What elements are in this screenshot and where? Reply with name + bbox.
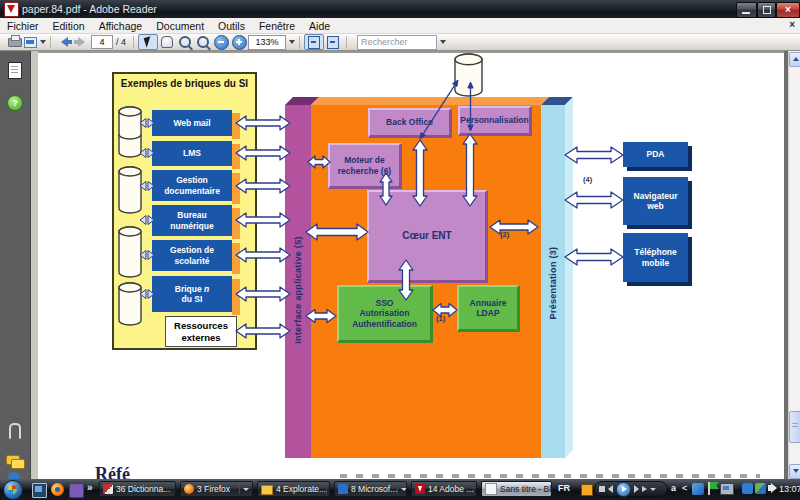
minimize-button[interactable] (736, 2, 757, 18)
taskbar-button-label: 8 Microsof... (351, 484, 397, 494)
page-count-label: / 4 (116, 37, 126, 47)
search-options-icon[interactable] (440, 40, 446, 44)
ime-indicator[interactable]: a (671, 483, 676, 493)
email-button[interactable] (24, 35, 46, 50)
minimize-icon (742, 12, 750, 14)
volume-chevron-icon[interactable] (650, 488, 656, 491)
zoom-dropdown-icon[interactable] (289, 40, 295, 44)
bevel-orange (311, 97, 549, 105)
restore-icon (763, 6, 771, 14)
fit-width-icon (308, 36, 320, 49)
quicklaunch-overflow-chevron[interactable]: » (87, 482, 93, 493)
volume-icon[interactable] (642, 486, 647, 492)
scroll-up-button[interactable] (789, 52, 800, 67)
comments-icon[interactable] (6, 455, 20, 465)
taskbar-button-firefox[interactable]: 3 Firefox (180, 481, 253, 497)
print-button[interactable] (6, 35, 24, 50)
howto-icon[interactable]: ? (7, 95, 23, 111)
menu-affichage[interactable]: Affichage (92, 20, 150, 32)
arrow-down-icon (793, 469, 799, 473)
play-icon[interactable] (616, 482, 631, 497)
folder-icon (261, 485, 273, 495)
menu-edition[interactable]: Edition (46, 20, 92, 32)
menu-fichier[interactable]: Fichier (0, 20, 46, 32)
taskbar-button-dictionnaire[interactable]: 36 Dictionna... (99, 481, 176, 497)
box-bureau-numerique: Bureau numérique (152, 205, 232, 236)
menu-fenetre[interactable]: Fenêtre (252, 20, 302, 32)
page-number-input[interactable] (91, 35, 113, 49)
label-4: (4) (583, 175, 592, 184)
select-tool-button[interactable] (138, 34, 158, 50)
restore-button[interactable] (757, 2, 776, 18)
close-icon: × (777, 3, 799, 16)
previous-page-button[interactable] (55, 35, 73, 50)
si-panel-title: Exemples de briques du SI (116, 78, 253, 89)
label-presentation: Présentation (3) (548, 228, 558, 338)
next-page-button[interactable] (73, 35, 91, 50)
green-flag-icon[interactable] (708, 482, 710, 495)
tray-app-icon[interactable] (692, 483, 704, 495)
show-desktop-icon[interactable] (32, 483, 47, 498)
taskbar-button-sans-titre[interactable]: Sans titre - Bl... (481, 481, 552, 497)
toolbar-separator (299, 36, 300, 49)
hand-tool-button[interactable] (158, 35, 176, 50)
document-close-icon[interactable]: × (789, 19, 795, 30)
tray-chevron[interactable]: < (682, 483, 687, 493)
media-app-icon[interactable] (581, 484, 593, 496)
display-icon[interactable] (720, 483, 734, 495)
box-lms: LMS (152, 141, 232, 166)
taskbar-button-adobe[interactable]: 14 Adobe ... (411, 481, 477, 497)
box-pda: PDA (623, 142, 688, 167)
zoom-out-button[interactable] (212, 35, 230, 50)
firefox-quicklaunch-icon[interactable] (51, 483, 64, 496)
toolbar-separator (133, 36, 134, 49)
zoom-in-button[interactable] (230, 35, 248, 50)
group-chevron-icon (326, 484, 330, 494)
start-button[interactable] (3, 480, 23, 500)
magnifier-icon (197, 36, 209, 48)
taskbar-button-microsoft[interactable]: 8 Microsof... (334, 481, 407, 497)
taskbar-button-explorer[interactable]: 4 Explorate... (257, 481, 330, 497)
tray-volume-icon[interactable] (768, 485, 772, 491)
stop-icon[interactable] (599, 486, 605, 492)
marquee-zoom-button[interactable] (176, 35, 194, 50)
hand-icon (161, 36, 173, 48)
cursor-icon (143, 36, 153, 48)
menu-aide[interactable]: Aide (302, 20, 337, 32)
firefox-icon (184, 484, 194, 494)
group-chevron-icon (473, 484, 477, 494)
fit-width-button[interactable] (304, 34, 324, 50)
box-telephone-mobile: Téléphone mobile (623, 233, 688, 282)
box-back-office: Back Office (368, 108, 452, 138)
vertical-scrollbar[interactable] (788, 51, 800, 479)
zoom-tool-button[interactable] (194, 35, 212, 50)
label-2: (2) (500, 230, 509, 239)
language-indicator[interactable]: FR (558, 483, 570, 493)
fit-page-button[interactable] (324, 35, 342, 50)
quicklaunch-app-icon[interactable] (69, 483, 84, 498)
menu-outils[interactable]: Outils (211, 20, 252, 32)
taskbar-button-label: Sans titre - Bl... (500, 484, 552, 494)
scroll-down-button[interactable] (789, 464, 800, 479)
next-track-icon[interactable] (634, 485, 639, 493)
scrollbar-thumb[interactable] (789, 411, 800, 443)
box-moteur-recherche: Moteur de recherche (6) (328, 143, 402, 189)
arrow-up-icon (793, 57, 799, 61)
menu-document[interactable]: Document (149, 20, 211, 32)
pages-panel-icon[interactable] (8, 62, 22, 79)
attachments-icon[interactable] (9, 423, 21, 440)
title-bar: paper.84.pdf - Adobe Reader × (0, 0, 800, 18)
group-chevron-icon (239, 484, 249, 494)
dictionary-app-icon (103, 484, 113, 494)
previous-track-icon[interactable] (608, 485, 613, 493)
toolbar-separator (346, 36, 347, 49)
tray-icon-2[interactable] (755, 483, 766, 494)
notepad-icon (485, 483, 497, 495)
media-toolbar (594, 481, 668, 497)
taskbar-button-label: 3 Firefox (197, 484, 230, 494)
tray-icon-1[interactable] (742, 483, 753, 494)
close-button[interactable]: × (776, 2, 800, 18)
taskbar-clock: 13:07 (779, 484, 800, 494)
search-input[interactable] (357, 35, 437, 50)
zoom-level-combo[interactable]: 133% (248, 35, 286, 50)
